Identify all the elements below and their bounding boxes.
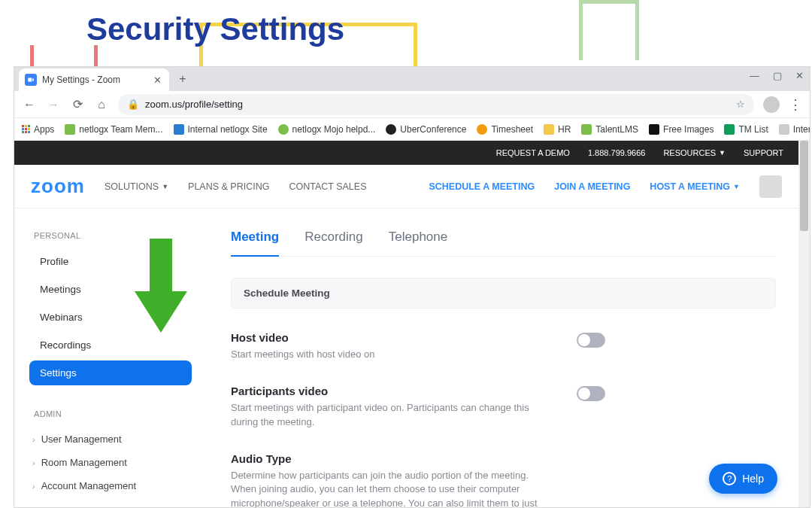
nav-solutions[interactable]: SOLUTIONS▼ <box>105 181 168 192</box>
url-field[interactable]: 🔒 zoom.us/profile/setting ☆ <box>118 94 754 115</box>
apps-icon <box>22 125 30 133</box>
nav-contact[interactable]: CONTACT SALES <box>289 181 366 192</box>
sidebar-item-settings[interactable]: Settings <box>29 360 192 385</box>
bookmark-item[interactable]: TalentLMS <box>581 124 638 135</box>
bookmark-item[interactable]: HR <box>544 124 571 135</box>
bookmark-item[interactable]: UberConference <box>386 124 466 135</box>
section-schedule-meeting: Schedule Meeting <box>231 278 776 309</box>
setting-title: Audio Type <box>231 452 554 465</box>
help-label: Help <box>742 473 764 485</box>
bookmark-icon <box>278 124 289 135</box>
chevron-down-icon: ▼ <box>719 149 726 157</box>
new-tab-button[interactable]: + <box>174 70 192 88</box>
setting-title: Participants video <box>231 385 554 397</box>
forward-button[interactable]: → <box>46 97 61 112</box>
bookmark-item[interactable]: Internal netlogx Site <box>174 124 268 135</box>
scrollbar-thumb[interactable] <box>800 141 808 231</box>
address-bar: ← → ⟳ ⌂ 🔒 zoom.us/profile/setting ☆ ⋮ <box>14 91 810 118</box>
tab-telephone[interactable]: Telephone <box>389 225 447 256</box>
setting-description: Start meetings with participant video on… <box>231 401 554 430</box>
chevron-down-icon: ▼ <box>162 183 168 190</box>
profile-avatar[interactable] <box>763 96 780 113</box>
zoom-utility-bar: REQUEST A DEMO 1.888.799.9666 RESOURCES▼… <box>14 141 798 165</box>
bookmark-item[interactable]: netlogx Team Mem... <box>65 124 162 135</box>
bookmark-item[interactable]: Free Images <box>649 124 714 135</box>
chevron-right-icon: › <box>32 435 35 444</box>
tab-meeting[interactable]: Meeting <box>231 225 279 257</box>
setting-participants-video: Participants video Start meetings with p… <box>231 379 776 446</box>
setting-title: Host video <box>231 331 554 344</box>
toggle-host-video[interactable] <box>577 333 605 348</box>
lock-icon: 🔒 <box>127 99 139 110</box>
bookmark-icon <box>386 124 396 135</box>
browser-menu-icon[interactable]: ⋮ <box>789 96 802 113</box>
zoom-logo[interactable]: zoom <box>31 175 85 198</box>
nav-host-meeting[interactable]: HOST A MEETING▼ <box>650 181 740 192</box>
tab-recording[interactable]: Recording <box>304 225 363 256</box>
chevron-right-icon: › <box>32 482 35 491</box>
close-window-icon[interactable]: ✕ <box>795 70 804 81</box>
bookmark-item[interactable]: netlogx Mojo helpd... <box>278 124 376 135</box>
bookmark-icon <box>477 124 487 135</box>
user-avatar[interactable] <box>759 175 782 198</box>
scrollbar[interactable] <box>798 141 810 507</box>
bookmark-item[interactable]: TM List <box>724 124 768 135</box>
setting-host-video: Host video Start meetings with host vide… <box>231 325 776 379</box>
sidebar-item-user-management[interactable]: ›User Management <box>29 427 192 451</box>
zoom-favicon <box>25 74 37 86</box>
sidebar: PERSONAL Profile Meetings Webinars Recor… <box>14 208 201 507</box>
sidebar-item-account-management[interactable]: ›Account Management <box>29 474 192 497</box>
window-controls: — ▢ ✕ <box>750 70 804 81</box>
sidebar-section-admin: ADMIN <box>34 409 192 418</box>
bookmark-icon <box>544 124 554 135</box>
browser-tab-bar: My Settings - Zoom ✕ + — ▢ ✕ <box>14 67 810 91</box>
home-button[interactable]: ⌂ <box>94 97 109 112</box>
close-tab-icon[interactable]: ✕ <box>153 75 162 86</box>
zoom-body: PERSONAL Profile Meetings Webinars Recor… <box>14 208 798 507</box>
maximize-icon[interactable]: ▢ <box>773 70 782 81</box>
bookmark-icon <box>779 124 789 135</box>
decorative-shape <box>579 0 639 60</box>
bookmark-icon <box>65 124 75 135</box>
nav-plans[interactable]: PLANS & PRICING <box>188 181 269 192</box>
page-viewport: REQUEST A DEMO 1.888.799.9666 RESOURCES▼… <box>14 141 810 507</box>
back-button[interactable]: ← <box>22 97 37 112</box>
bookmark-icon <box>581 124 592 135</box>
zoom-main-nav: zoom SOLUTIONS▼ PLANS & PRICING CONTACT … <box>14 165 798 208</box>
support-link[interactable]: SUPPORT <box>744 148 783 157</box>
bookmark-icon <box>174 124 184 135</box>
sidebar-item-room-management[interactable]: ›Room Management <box>29 451 192 474</box>
settings-tabs: Meeting Recording Telephone <box>231 225 776 257</box>
bookmarks-bar: Apps netlogx Team Mem... Internal netlog… <box>14 118 810 141</box>
chevron-down-icon: ▼ <box>733 183 740 190</box>
browser-window: My Settings - Zoom ✕ + — ▢ ✕ ← → ⟳ ⌂ 🔒 z… <box>14 66 810 508</box>
nav-join-meeting[interactable]: JOIN A MEETING <box>554 181 630 192</box>
request-demo-link[interactable]: REQUEST A DEMO <box>496 148 570 157</box>
help-button[interactable]: ? Help <box>709 464 777 494</box>
nav-schedule-meeting[interactable]: SCHEDULE A MEETING <box>429 181 535 192</box>
minimize-icon[interactable]: — <box>750 70 759 81</box>
help-icon: ? <box>723 472 736 485</box>
toggle-participants-video[interactable] <box>577 386 605 401</box>
zoom-page: REQUEST A DEMO 1.888.799.9666 RESOURCES▼… <box>14 141 798 507</box>
bookmark-item[interactable]: Timesheet <box>477 124 533 135</box>
star-icon[interactable]: ☆ <box>736 99 745 110</box>
annotation-arrow-icon <box>131 239 191 336</box>
reload-button[interactable]: ⟳ <box>70 97 85 112</box>
setting-description: Determine how participants can join the … <box>231 469 554 507</box>
bookmark-icon <box>724 124 735 135</box>
setting-audio-type: Audio Type Determine how participants ca… <box>231 446 776 507</box>
browser-tab[interactable]: My Settings - Zoom ✕ <box>19 68 169 91</box>
url-text: zoom.us/profile/setting <box>145 99 243 110</box>
chevron-right-icon: › <box>32 458 35 467</box>
bookmark-apps[interactable]: Apps <box>22 124 54 135</box>
settings-content: Meeting Recording Telephone Schedule Mee… <box>201 208 798 507</box>
tab-title: My Settings - Zoom <box>42 75 120 85</box>
bookmark-item[interactable]: Intern <box>779 124 810 135</box>
slide-title: Security Settings <box>86 11 344 47</box>
phone-number[interactable]: 1.888.799.9666 <box>588 148 645 157</box>
setting-description: Start meetings with host video on <box>231 348 554 362</box>
bookmark-icon <box>649 124 659 135</box>
resources-menu[interactable]: RESOURCES▼ <box>663 148 726 157</box>
